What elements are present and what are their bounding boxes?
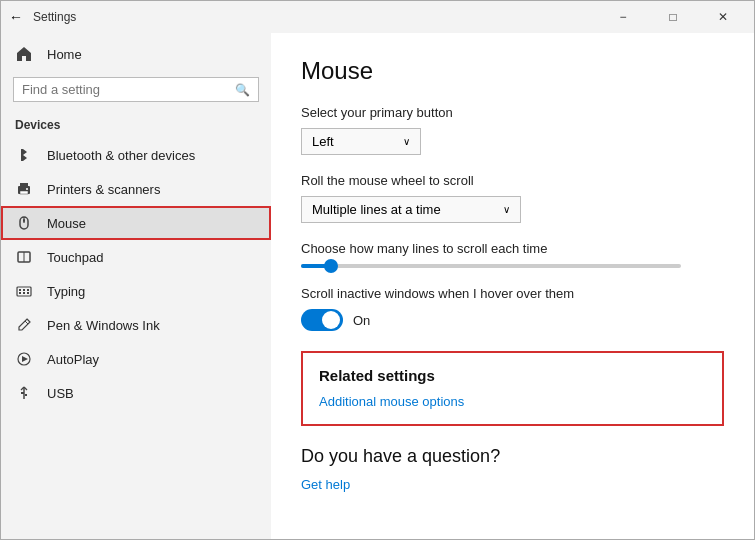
sidebar-item-label: AutoPlay	[47, 352, 99, 367]
svg-rect-13	[27, 289, 29, 291]
sidebar-item-label: USB	[47, 386, 74, 401]
svg-rect-7	[23, 219, 25, 222]
mouse-icon	[15, 214, 33, 232]
usb-icon	[15, 384, 33, 402]
svg-rect-15	[23, 292, 25, 294]
question-title: Do you have a question?	[301, 446, 724, 467]
sidebar-item-label: Home	[47, 47, 82, 62]
sidebar-item-bluetooth[interactable]: Bluetooth & other devices	[1, 138, 271, 172]
sidebar-section-label: Devices	[1, 112, 271, 138]
sidebar-item-mouse[interactable]: Mouse	[1, 206, 271, 240]
svg-rect-0	[21, 149, 23, 161]
sidebar-item-usb[interactable]: USB	[1, 376, 271, 410]
svg-marker-19	[22, 356, 28, 362]
bluetooth-icon	[15, 146, 33, 164]
svg-rect-16	[27, 292, 29, 294]
svg-rect-24	[25, 394, 27, 396]
svg-rect-11	[19, 289, 21, 291]
sidebar-search[interactable]: 🔍	[13, 77, 259, 102]
home-icon	[15, 45, 33, 63]
back-arrow-icon[interactable]: ←	[9, 9, 23, 25]
get-help-link[interactable]: Get help	[301, 477, 350, 492]
sidebar-item-label: Printers & scanners	[47, 182, 160, 197]
minimize-button[interactable]: −	[600, 1, 646, 33]
title-bar: ← Settings − □ ✕	[1, 1, 754, 33]
sidebar-item-printers[interactable]: Printers & scanners	[1, 172, 271, 206]
primary-button-dropdown[interactable]: Left ∨	[301, 128, 421, 155]
svg-rect-3	[20, 191, 28, 194]
sidebar-item-label: Mouse	[47, 216, 86, 231]
additional-mouse-options-link[interactable]: Additional mouse options	[319, 394, 464, 409]
autoplay-icon	[15, 350, 33, 368]
svg-rect-23	[21, 392, 24, 394]
sidebar-item-typing[interactable]: Typing	[1, 274, 271, 308]
page-title: Mouse	[301, 57, 724, 85]
toggle-state-label: On	[353, 313, 370, 328]
slider-thumb[interactable]	[324, 259, 338, 273]
primary-button-label: Select your primary button	[301, 105, 724, 120]
svg-rect-2	[20, 183, 28, 187]
inactive-scroll-toggle[interactable]	[301, 309, 343, 331]
related-settings-title: Related settings	[319, 367, 706, 384]
window-title: Settings	[33, 10, 76, 24]
printer-icon	[15, 180, 33, 198]
chevron-down-icon: ∨	[503, 204, 510, 215]
toggle-row: On	[301, 309, 724, 331]
sidebar: Home 🔍 Devices Bluetooth & other devices	[1, 33, 271, 539]
content-area: Mouse Select your primary button Left ∨ …	[271, 33, 754, 539]
scroll-value: Multiple lines at a time	[312, 202, 441, 217]
primary-button-value: Left	[312, 134, 334, 149]
title-bar-left: ← Settings	[9, 9, 76, 25]
scroll-dropdown[interactable]: Multiple lines at a time ∨	[301, 196, 521, 223]
chevron-down-icon: ∨	[403, 136, 410, 147]
touchpad-icon	[15, 248, 33, 266]
inactive-scroll-label: Scroll inactive windows when I hover ove…	[301, 286, 724, 301]
sidebar-item-home[interactable]: Home	[1, 37, 271, 71]
title-bar-controls: − □ ✕	[600, 1, 746, 33]
slider-track	[301, 264, 681, 268]
sidebar-item-label: Pen & Windows Ink	[47, 318, 160, 333]
svg-rect-14	[19, 292, 21, 294]
svg-rect-12	[23, 289, 25, 291]
svg-line-17	[25, 321, 28, 324]
related-settings-box: Related settings Additional mouse option…	[301, 351, 724, 426]
svg-point-4	[26, 188, 28, 190]
search-input[interactable]	[22, 82, 229, 97]
typing-icon	[15, 282, 33, 300]
svg-rect-10	[17, 287, 31, 296]
pen-icon	[15, 316, 33, 334]
sidebar-item-autoplay[interactable]: AutoPlay	[1, 342, 271, 376]
sidebar-item-pen[interactable]: Pen & Windows Ink	[1, 308, 271, 342]
close-button[interactable]: ✕	[700, 1, 746, 33]
sidebar-item-label: Typing	[47, 284, 85, 299]
sidebar-item-label: Bluetooth & other devices	[47, 148, 195, 163]
scroll-label: Roll the mouse wheel to scroll	[301, 173, 724, 188]
scroll-lines-slider[interactable]	[301, 264, 724, 268]
sidebar-item-touchpad[interactable]: Touchpad	[1, 240, 271, 274]
main-layout: Home 🔍 Devices Bluetooth & other devices	[1, 33, 754, 539]
search-icon: 🔍	[235, 83, 250, 97]
sidebar-item-label: Touchpad	[47, 250, 103, 265]
scroll-lines-label: Choose how many lines to scroll each tim…	[301, 241, 724, 256]
maximize-button[interactable]: □	[650, 1, 696, 33]
